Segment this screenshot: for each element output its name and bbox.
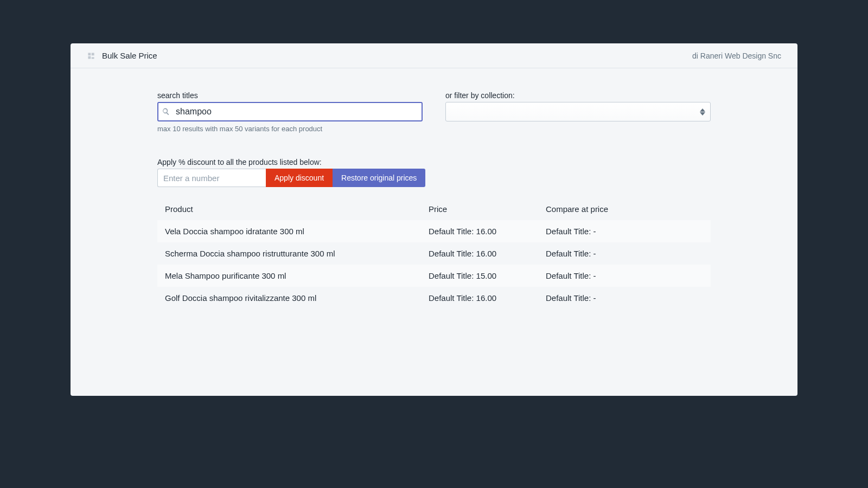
app-icon [87, 52, 95, 60]
app-title: Bulk Sale Price [102, 51, 157, 60]
content: search titles max 10 results with max 50… [71, 68, 797, 309]
cell-price: Default Title: 16.00 [429, 249, 546, 258]
vendor-label: di Raneri Web Design Snc [692, 52, 781, 60]
cell-product: Scherma Doccia shampoo ristrutturante 30… [165, 249, 429, 258]
discount-section: Apply % discount to all the products lis… [157, 158, 711, 187]
discount-label: Apply % discount to all the products lis… [157, 158, 711, 166]
cell-product: Golf Doccia shampoo rivitalizzante 300 m… [165, 293, 429, 303]
products-table: Product Price Compare at price Vela Docc… [157, 198, 711, 309]
header-left: Bulk Sale Price [87, 51, 157, 60]
cell-compare: Default Title: - [546, 249, 703, 258]
cell-compare: Default Title: - [546, 293, 703, 303]
table-row: Vela Doccia shampoo idratante 300 ml Def… [157, 220, 711, 242]
cell-price: Default Title: 16.00 [429, 293, 546, 303]
col-header-compare: Compare at price [546, 204, 703, 214]
search-column: search titles max 10 results with max 50… [157, 91, 423, 133]
table-header: Product Price Compare at price [157, 198, 711, 220]
search-label: search titles [157, 91, 423, 100]
search-icon [162, 107, 170, 116]
restore-prices-button[interactable]: Restore original prices [333, 169, 425, 187]
collection-select-wrap [445, 102, 711, 121]
cell-price: Default Title: 16.00 [429, 227, 546, 236]
cell-price: Default Title: 15.00 [429, 271, 546, 280]
cell-compare: Default Title: - [546, 271, 703, 280]
search-input[interactable] [157, 102, 423, 121]
search-wrap [157, 102, 423, 121]
header: Bulk Sale Price di Raneri Web Design Snc [71, 43, 797, 68]
app-frame: Bulk Sale Price di Raneri Web Design Snc… [71, 43, 797, 396]
collection-column: or filter by collection: [445, 91, 711, 133]
col-header-price: Price [429, 204, 546, 214]
search-help: max 10 results with max 50 variants for … [157, 125, 423, 133]
table-row: Scherma Doccia shampoo ristrutturante 30… [157, 242, 711, 265]
cell-product: Vela Doccia shampoo idratante 300 ml [165, 227, 429, 236]
collection-label: or filter by collection: [445, 91, 711, 100]
discount-input[interactable] [157, 169, 266, 187]
cell-compare: Default Title: - [546, 227, 703, 236]
table-row: Mela Shampoo purificante 300 ml Default … [157, 265, 711, 287]
table-row: Golf Doccia shampoo rivitalizzante 300 m… [157, 287, 711, 309]
filters-row: search titles max 10 results with max 50… [157, 91, 711, 133]
cell-product: Mela Shampoo purificante 300 ml [165, 271, 429, 280]
col-header-product: Product [165, 204, 429, 214]
collection-select[interactable] [445, 102, 711, 121]
apply-discount-button[interactable]: Apply discount [266, 169, 333, 187]
discount-row: Apply discount Restore original prices [157, 169, 711, 187]
